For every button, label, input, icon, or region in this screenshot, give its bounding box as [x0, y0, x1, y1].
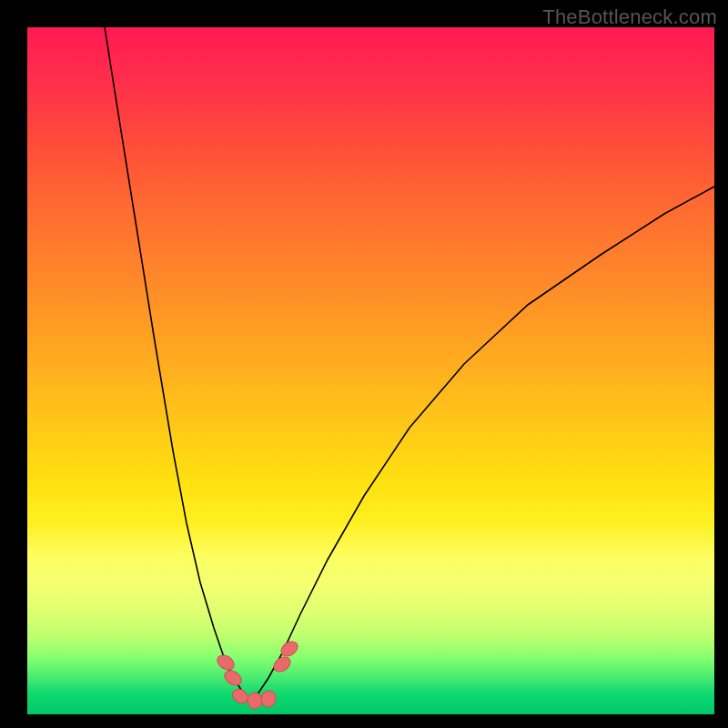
data-marker [278, 639, 300, 660]
curve-right-branch [250, 187, 714, 701]
chart-svg [27, 27, 714, 714]
marker-group [215, 639, 300, 709]
data-marker [259, 689, 278, 709]
chart-plot-area [27, 27, 714, 714]
data-marker [271, 654, 293, 675]
data-marker [222, 668, 244, 689]
watermark-text: TheBottleneck.com [542, 5, 717, 29]
data-marker [215, 652, 237, 673]
data-marker [248, 693, 262, 709]
curve-left-branch [105, 27, 250, 701]
